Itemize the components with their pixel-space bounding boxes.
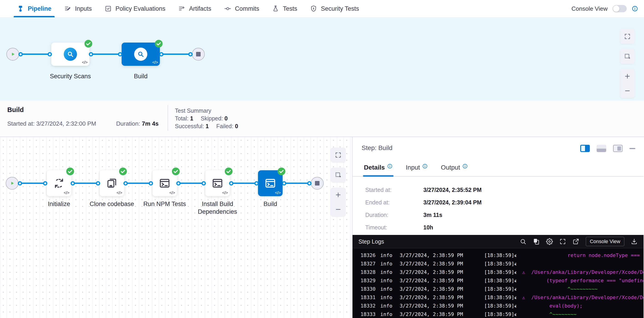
- start-node[interactable]: [6, 177, 18, 190]
- expand-arrow-icon[interactable]: ▸: [514, 261, 522, 266]
- success-badge-icon: [154, 40, 163, 48]
- panel-layout-controls: [580, 145, 635, 152]
- node-initialize[interactable]: </>Initialize: [47, 170, 71, 196]
- success-badge-icon: [66, 167, 74, 176]
- expand-arrow-icon[interactable]: ▸: [514, 295, 522, 300]
- marquee-select-button[interactable]: [620, 49, 635, 64]
- console-view-button[interactable]: Console View: [586, 237, 624, 246]
- success-badge-icon: [172, 167, 180, 176]
- log-timestamp: 3/27/2024, 2:38:59 PM: [400, 286, 484, 292]
- stage-canvas-controls: [620, 29, 635, 98]
- node-install-build-dependencies[interactable]: </>Install Build Dependencies: [205, 170, 230, 196]
- tab-label: Inputs: [75, 5, 92, 12]
- external-link-icon[interactable]: [572, 238, 579, 245]
- info-icon[interactable]: [462, 163, 468, 169]
- info-icon[interactable]: [422, 163, 428, 169]
- expand-arrow-icon[interactable]: ▸: [514, 304, 522, 309]
- connector: [124, 181, 152, 186]
- collapse-panel-button[interactable]: [630, 148, 635, 149]
- build-summary: Build Started at: 3/27/2024, 2:32:00 PM …: [0, 101, 644, 137]
- zoom-controls: [331, 188, 346, 217]
- download-icon[interactable]: [631, 238, 638, 245]
- node-security-scans[interactable]: </>Security Scans: [51, 42, 90, 66]
- connector: [230, 181, 258, 186]
- log-line-number: 18331: [360, 295, 380, 300]
- zoom-in-button[interactable]: [331, 188, 346, 202]
- tab-commits[interactable]: Commits: [218, 0, 266, 17]
- layout-floating-button[interactable]: [613, 145, 622, 152]
- step-graph-row: </>Initialize</>Clone codebase</>Run NPM…: [6, 170, 324, 196]
- warning-icon: ⚠: [522, 295, 531, 300]
- layout-split-bottom-button[interactable]: [597, 145, 606, 152]
- log-time-tag: [18:38:59]:: [484, 286, 514, 292]
- fullscreen-icon[interactable]: [559, 238, 566, 245]
- gear-icon[interactable]: [546, 238, 553, 245]
- console-view-label: Console View: [571, 5, 608, 12]
- app: PipelineInputsPolicy EvaluationsArtifact…: [0, 0, 644, 318]
- node-label: Security Scans: [40, 73, 101, 80]
- node-clone-codebase[interactable]: </>Clone codebase: [100, 170, 124, 196]
- tab-pipeline[interactable]: Pipeline: [10, 0, 58, 17]
- code-chip: </>: [116, 190, 122, 195]
- successful-label: Successful:: [175, 123, 204, 129]
- end-node[interactable]: [311, 177, 324, 190]
- expand-arrow-icon[interactable]: ▸: [514, 278, 522, 283]
- tab-details[interactable]: Details: [364, 164, 392, 176]
- failed-label: Failed:: [216, 123, 234, 129]
- expand-arrow-icon[interactable]: ▸: [514, 253, 522, 258]
- log-line: 18332info3/27/2024, 2:38:59 PM[18:38:59]…: [352, 302, 644, 310]
- info-icon[interactable]: [387, 163, 392, 169]
- zoom-in-button[interactable]: [620, 69, 635, 83]
- skipped-value: 0: [224, 115, 228, 122]
- duration-value: 7m 4s: [142, 120, 159, 127]
- log-message: /Users/anka/Library/Developer/Xcode/De: [531, 295, 644, 300]
- node-label: Build: [240, 200, 301, 208]
- node-build[interactable]: </>Build: [258, 170, 282, 196]
- log-level: info: [380, 303, 400, 309]
- fullscreen-button[interactable]: [620, 29, 635, 44]
- connector-dot: [202, 181, 206, 186]
- log-level: info: [380, 295, 400, 300]
- tab-policy-evaluations[interactable]: Policy Evaluations: [98, 0, 172, 17]
- detail-label: Started at:: [365, 187, 411, 193]
- start-node[interactable]: [6, 48, 19, 60]
- node-label: Run NPM Tests: [134, 200, 196, 208]
- log-line-number: 18332: [360, 303, 380, 309]
- expand-arrow-icon[interactable]: ▸: [514, 287, 522, 292]
- log-time-tag: [18:38:59]:: [484, 295, 514, 300]
- node-build[interactable]: </>Build: [122, 42, 160, 66]
- step-detail-panel: Step: Build DetailsInputOutput Started a…: [352, 137, 644, 318]
- log-level: info: [380, 253, 400, 258]
- expand-arrow-icon[interactable]: ▸: [514, 270, 522, 275]
- connector-dot: [254, 181, 259, 186]
- node-run-npm-tests[interactable]: </>Run NPM Tests: [152, 170, 177, 196]
- connector-dot: [96, 181, 100, 186]
- copy-icon[interactable]: [533, 238, 540, 245]
- zoom-out-button[interactable]: [331, 202, 346, 217]
- layout-split-right-button[interactable]: [580, 145, 590, 152]
- zoom-out-button[interactable]: [620, 83, 635, 98]
- detail-value: 10h: [423, 224, 482, 231]
- info-icon[interactable]: [632, 5, 638, 12]
- tab-input[interactable]: Input: [406, 164, 428, 176]
- step-graph-canvas[interactable]: </>Initialize</>Clone codebase</>Run NPM…: [0, 137, 352, 318]
- marquee-select-button[interactable]: [331, 168, 346, 183]
- log-line: 18330info3/27/2024, 2:38:59 PM[18:38:59]…: [352, 285, 644, 293]
- end-node[interactable]: [192, 48, 205, 60]
- stage-graph-canvas[interactable]: </>Security Scans</>Build: [0, 17, 644, 101]
- tab-output[interactable]: Output: [441, 164, 468, 176]
- log-line: 18328info3/27/2024, 2:38:59 PM[18:38:59]…: [352, 268, 644, 276]
- expand-arrow-icon[interactable]: ▸: [514, 312, 522, 317]
- tab-inputs[interactable]: Inputs: [58, 0, 98, 17]
- fullscreen-button[interactable]: [331, 147, 346, 163]
- tab-security-tests[interactable]: Security Tests: [304, 0, 366, 17]
- log-line-number: 18333: [360, 312, 380, 317]
- code-chip: </>: [82, 60, 88, 65]
- tab-tests[interactable]: Tests: [266, 0, 304, 17]
- console-view-toggle[interactable]: [612, 5, 627, 12]
- artifacts-icon: [178, 5, 185, 12]
- tab-artifacts[interactable]: Artifacts: [172, 0, 218, 17]
- detail-value: 3/27/2024, 2:39:04 PM: [423, 199, 482, 206]
- duration-label: Duration:: [116, 120, 140, 127]
- search-icon[interactable]: [520, 238, 526, 245]
